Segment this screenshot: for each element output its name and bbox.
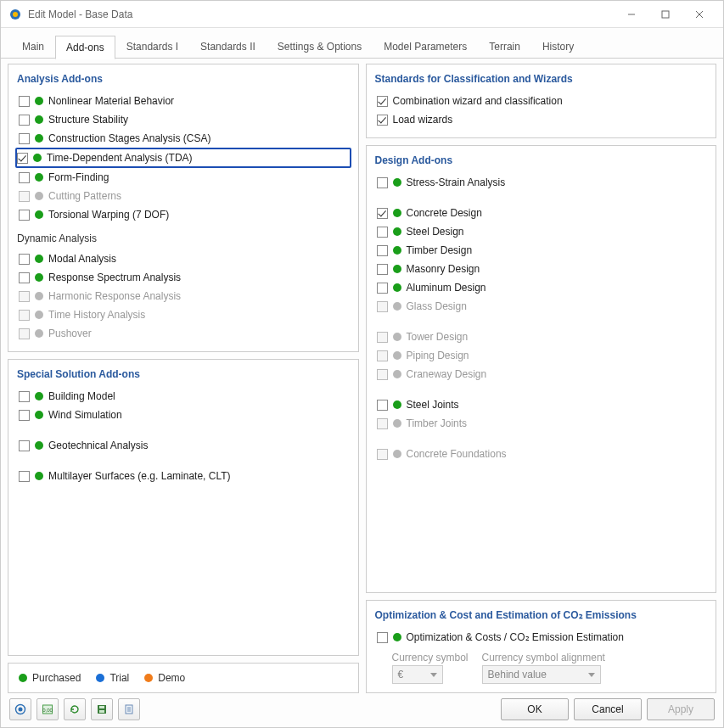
item-label: Pushover	[48, 328, 92, 339]
status-dot-icon	[35, 97, 43, 105]
ok-button[interactable]: OK	[501, 698, 569, 720]
modal-analysis-item: Modal Analysis	[17, 249, 350, 268]
help-button[interactable]	[9, 698, 31, 720]
aluminum-design-checkbox[interactable]	[377, 283, 388, 294]
units-button[interactable]: 0,00	[36, 698, 59, 720]
concrete-foundations-checkbox	[377, 449, 388, 460]
combination-wizard-item: Combination wizard and classification	[375, 92, 708, 110]
stress-strain-item: Stress-Strain Analysis	[375, 173, 708, 192]
tab-terrain[interactable]: Terrain	[478, 35, 531, 59]
item-label: Time History Analysis	[48, 309, 145, 321]
status-dot-icon	[96, 674, 104, 682]
concrete-foundations-item: Concrete Foundations	[375, 445, 708, 463]
item-label: Piping Design	[407, 350, 469, 361]
currency-symbol-field: Currency symbol €	[392, 652, 469, 684]
load-wizards-checkbox[interactable]	[377, 115, 388, 126]
tower-design-checkbox	[377, 332, 388, 343]
status-dot-icon	[33, 154, 42, 162]
status-dot-icon	[393, 246, 401, 255]
time-history-item: Time History Analysis	[17, 305, 350, 324]
tab-standards-ii[interactable]: Standards II	[189, 35, 267, 59]
status-dot-icon	[35, 472, 43, 480]
report-button[interactable]	[118, 698, 140, 720]
combination-wizard-checkbox[interactable]	[377, 96, 388, 107]
design-addons-title: Design Add-ons	[375, 154, 708, 166]
status-dot-icon	[393, 227, 401, 236]
status-dot-icon	[393, 633, 401, 641]
tab-history[interactable]: History	[531, 35, 585, 59]
tab-main[interactable]: Main	[11, 35, 55, 59]
cancel-button[interactable]: Cancel	[574, 698, 642, 720]
app-icon	[8, 7, 23, 22]
minimize-button[interactable]	[615, 3, 648, 26]
status-dot-icon	[393, 209, 401, 217]
standards-title: Standards for Classification and Wizards	[375, 73, 708, 85]
status-dot-icon	[393, 450, 401, 458]
item-label: Torsional Warping (7 DOF)	[48, 209, 169, 221]
form-finding-item: Form-Finding	[17, 168, 350, 187]
response-spectrum-checkbox[interactable]	[19, 272, 30, 283]
legend-purchased: Purchased	[19, 672, 81, 684]
reset-button[interactable]	[64, 698, 86, 720]
tab-addons[interactable]: Add-ons	[55, 36, 115, 59]
tda-item: Time-Dependent Analysis (TDA)	[15, 148, 351, 168]
special-solution-title: Special Solution Add-ons	[17, 368, 350, 380]
glass-design-checkbox	[377, 301, 388, 312]
status-dot-icon	[35, 134, 43, 143]
currency-symbol-label: Currency symbol	[392, 652, 469, 664]
optimization-cost-checkbox[interactable]	[377, 632, 388, 643]
steel-design-checkbox[interactable]	[377, 227, 388, 238]
structure-stability-checkbox[interactable]	[19, 115, 30, 126]
wind-simulation-item: Wind Simulation	[17, 406, 350, 424]
torsional-warping-checkbox[interactable]	[19, 210, 30, 221]
pushover-checkbox	[19, 328, 30, 339]
item-label: Time-Dependent Analysis (TDA)	[47, 152, 193, 164]
currency-alignment-combo: Behind value	[482, 665, 601, 684]
status-dot-icon	[393, 351, 401, 360]
tab-settings-options[interactable]: Settings & Options	[267, 35, 373, 59]
masonry-design-checkbox[interactable]	[377, 264, 388, 275]
timber-design-checkbox[interactable]	[377, 245, 388, 256]
tab-standards-i[interactable]: Standards I	[115, 35, 189, 59]
wind-simulation-checkbox[interactable]	[19, 410, 30, 421]
item-label: Glass Design	[407, 300, 467, 312]
modal-analysis-checkbox[interactable]	[19, 254, 30, 265]
building-model-checkbox[interactable]	[19, 391, 30, 402]
tda-checkbox[interactable]	[17, 153, 28, 164]
construction-stages-checkbox[interactable]	[19, 133, 30, 144]
time-history-checkbox	[19, 310, 30, 321]
status-dot-icon	[35, 173, 43, 182]
apply-button: Apply	[647, 698, 715, 720]
concrete-design-checkbox[interactable]	[377, 208, 388, 219]
item-label: Harmonic Response Analysis	[48, 290, 181, 302]
glass-design-item: Glass Design	[375, 297, 708, 316]
status-dot-icon	[393, 370, 401, 378]
steel-joints-checkbox[interactable]	[377, 400, 388, 411]
multilayer-surfaces-checkbox[interactable]	[19, 471, 30, 482]
status-dot-icon	[35, 311, 43, 319]
form-finding-checkbox[interactable]	[19, 172, 30, 183]
item-label: Modal Analysis	[48, 253, 116, 265]
status-dot-icon	[19, 674, 27, 682]
content-area: Analysis Add-ons Nonlinear Material Beha…	[1, 58, 723, 693]
geotechnical-analysis-item: Geotechnical Analysis	[17, 436, 350, 455]
status-dot-icon	[393, 400, 401, 409]
geotechnical-analysis-checkbox[interactable]	[19, 440, 30, 451]
timber-design-item: Timber Design	[375, 241, 708, 260]
item-label: Steel Design	[407, 226, 464, 238]
tab-model-parameters[interactable]: Model Parameters	[373, 35, 478, 59]
item-label: Aluminum Design	[407, 282, 486, 294]
item-label: Building Model	[48, 390, 115, 402]
item-label: Multilayer Surfaces (e.g. Laminate, CLT)	[48, 470, 231, 482]
item-label: Tower Design	[407, 331, 469, 343]
nonlinear-material-behavior-checkbox[interactable]	[19, 96, 30, 107]
torsional-warping-item: Torsional Warping (7 DOF)	[17, 205, 350, 224]
stress-strain-checkbox[interactable]	[377, 177, 388, 188]
item-label: Cutting Patterns	[48, 190, 121, 202]
save-default-button[interactable]	[91, 698, 113, 720]
steel-design-item: Steel Design	[375, 222, 708, 241]
item-label: Response Spectrum Analysis	[48, 272, 181, 283]
maximize-button[interactable]	[648, 3, 682, 26]
close-button[interactable]	[682, 3, 716, 26]
optimization-title: Optimization & Cost and Estimation of CO…	[375, 609, 708, 621]
